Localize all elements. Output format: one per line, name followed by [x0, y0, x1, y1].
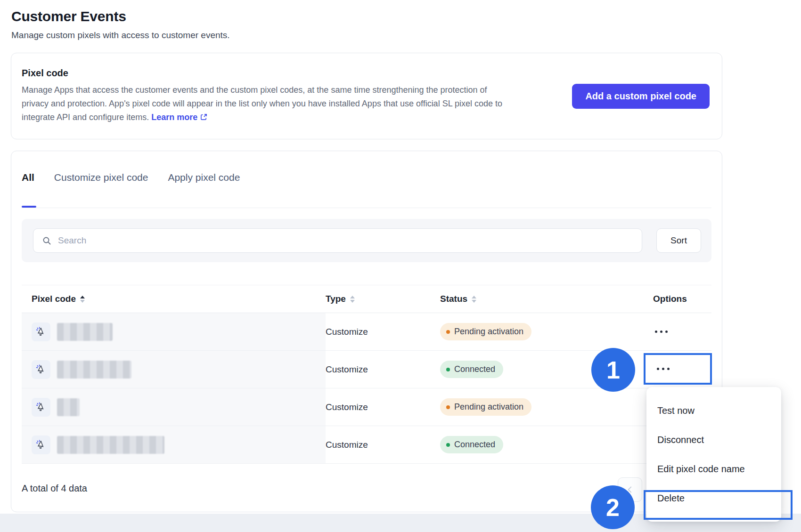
- status-dot-icon: [446, 368, 450, 371]
- status-label: Pending activation: [454, 402, 523, 412]
- page-title: Customer Events: [11, 8, 126, 24]
- pixel-code-card-text: Pixel code Manage Apps that access the c…: [22, 68, 514, 124]
- customer-events-page: Customer Events Manage custom pixels wit…: [0, 0, 801, 532]
- table-row: Customize Connected: [22, 426, 711, 464]
- total-count-label: A total of 4 data: [22, 483, 87, 494]
- search-box[interactable]: [33, 228, 642, 253]
- type-cell: Customize: [326, 364, 440, 375]
- table-header: Pixel code Type Status Options: [22, 285, 711, 313]
- pixel-cursor-icon: [32, 398, 50, 417]
- search-panel: Sort: [22, 219, 711, 262]
- column-header-pixel-code[interactable]: Pixel code: [22, 294, 326, 304]
- pixel-cursor-icon: [32, 322, 50, 341]
- options-button[interactable]: [655, 365, 671, 373]
- status-cell: Pending activation: [440, 398, 647, 416]
- sort-button[interactable]: Sort: [656, 228, 701, 253]
- options-cell: [647, 328, 711, 336]
- annotation-highlight-delete-item: [644, 490, 793, 520]
- type-cell: Customize: [326, 327, 440, 337]
- menu-item-test-now[interactable]: Test now: [646, 396, 781, 425]
- redacted-pixel-code-name: [57, 361, 131, 379]
- pixel-code-card: Pixel code Manage Apps that access the c…: [11, 53, 722, 139]
- redacted-pixel-code-name: [57, 398, 80, 416]
- annotation-highlight-options-button: [644, 353, 712, 385]
- options-button[interactable]: [653, 328, 670, 336]
- status-badge: Connected: [440, 361, 503, 378]
- pixel-cursor-icon: [32, 435, 50, 454]
- column-label: Type: [326, 294, 346, 304]
- pixel-cursor-icon: [32, 360, 50, 379]
- table-row: Customize Pending activation: [22, 388, 711, 426]
- pixel-code-cell: [22, 313, 326, 350]
- column-label: Pixel code: [32, 294, 76, 304]
- add-custom-pixel-code-button[interactable]: Add a custom pixel code: [572, 84, 710, 109]
- search-icon: [42, 236, 51, 245]
- pixel-code-card-title: Pixel code: [22, 68, 514, 79]
- pixel-code-cell: [22, 351, 326, 388]
- pixel-code-description-text: Manage Apps that access the customer eve…: [22, 85, 502, 122]
- menu-item-disconnect[interactable]: Disconnect: [646, 425, 781, 454]
- external-link-icon: [200, 113, 208, 121]
- status-badge: Pending activation: [440, 398, 531, 416]
- status-dot-icon: [446, 330, 450, 334]
- tab-customize-pixel-code[interactable]: Customize pixel code: [54, 172, 148, 183]
- status-badge: Pending activation: [440, 323, 531, 340]
- column-header-status[interactable]: Status: [440, 294, 647, 304]
- sort-asc-icon[interactable]: [80, 296, 85, 303]
- learn-more-link[interactable]: Learn more: [151, 113, 208, 122]
- pixel-code-cell: [22, 426, 326, 463]
- search-input[interactable]: [57, 235, 642, 246]
- pixel-list-card: All Customize pixel code Apply pixel cod…: [11, 151, 722, 512]
- redacted-pixel-code-name: [57, 436, 164, 454]
- tab-divider: [22, 208, 711, 208]
- redacted-pixel-code-name: [57, 323, 113, 341]
- pixel-code-cell: [22, 388, 326, 426]
- table-row: Customize Pending activation: [22, 313, 711, 351]
- status-cell: Pending activation: [440, 323, 647, 340]
- page-subtitle: Manage custom pixels with access to cust…: [11, 30, 230, 40]
- type-cell: Customize: [326, 402, 440, 412]
- pixel-code-card-description: Manage Apps that access the customer eve…: [22, 83, 514, 124]
- learn-more-label: Learn more: [151, 113, 197, 122]
- status-label: Pending activation: [454, 327, 523, 337]
- sort-icon[interactable]: [472, 296, 476, 303]
- column-header-options: Options: [647, 294, 711, 304]
- tab-bar: All Customize pixel code Apply pixel cod…: [22, 172, 240, 183]
- tab-all[interactable]: All: [22, 172, 34, 183]
- menu-item-edit-pixel-code-name[interactable]: Edit pixel code name: [646, 454, 781, 484]
- column-label: Options: [653, 294, 687, 304]
- status-dot-icon: [446, 443, 450, 447]
- status-cell: Connected: [440, 436, 647, 453]
- status-dot-icon: [446, 405, 450, 409]
- annotation-step-1-badge: 1: [591, 348, 635, 392]
- annotation-step-2-badge: 2: [591, 485, 635, 529]
- column-header-type[interactable]: Type: [326, 294, 440, 304]
- status-label: Connected: [454, 364, 495, 374]
- status-label: Connected: [454, 440, 495, 450]
- status-badge: Connected: [440, 436, 503, 453]
- type-cell: Customize: [326, 440, 440, 450]
- column-label: Status: [440, 294, 467, 304]
- sort-icon[interactable]: [350, 296, 355, 303]
- tab-apply-pixel-code[interactable]: Apply pixel code: [168, 172, 240, 183]
